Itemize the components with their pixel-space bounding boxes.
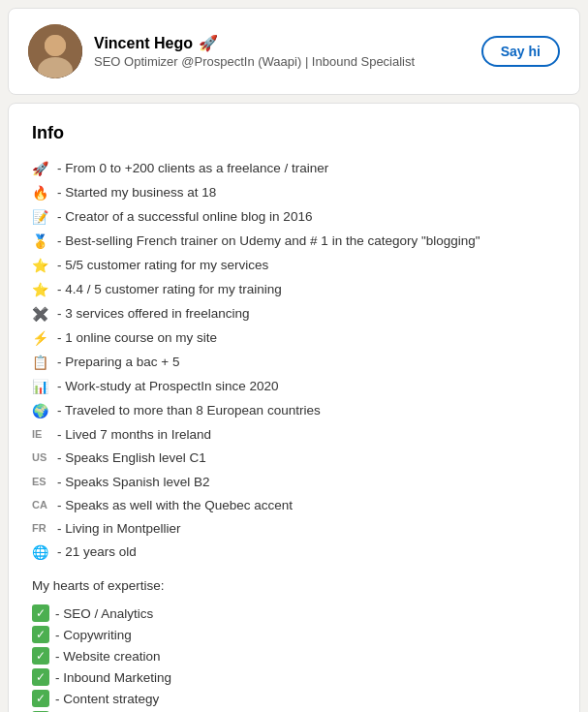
item-text: - 1 online course on my site	[57, 328, 217, 348]
item-text: - 4.4 / 5 customer rating for my trainin…	[57, 280, 282, 299]
item-text: - Living in Montpellier	[57, 519, 181, 539]
item-text: - Preparing a bac + 5	[57, 353, 179, 372]
expertise-text: - Copywriting	[55, 628, 132, 642]
info-list-item: ⭐- 5/5 customer rating for my services	[32, 256, 556, 276]
expertise-list-item: ✓- SEO / Analytics	[32, 604, 556, 622]
say-hi-button[interactable]: Say hi	[481, 36, 560, 67]
item-emoji: ⚡	[32, 328, 53, 349]
item-emoji: 📊	[32, 377, 53, 397]
item-text: - Speaks as well with the Quebec accent	[57, 496, 293, 515]
item-emoji: ✖️	[32, 304, 53, 325]
info-list-item: US- Speaks English level C1	[32, 449, 556, 468]
svg-point-3	[45, 35, 66, 56]
info-list-item: ✖️- 3 services offered in freelancing	[32, 304, 556, 325]
item-text: - Speaks Spanish level B2	[57, 473, 210, 492]
check-icon: ✓	[32, 626, 49, 643]
info-card: Info 🚀- From 0 to +200 clients as a free…	[8, 103, 580, 712]
item-text: - Started my business at 18	[57, 183, 216, 202]
info-list-item: 📝- Creator of a successful online blog i…	[32, 207, 556, 228]
info-list-item: FR- Living in Montpellier	[32, 519, 556, 539]
item-emoji: 📋	[32, 353, 53, 373]
item-text: - Best-selling French trainer on Udemy a…	[57, 232, 480, 251]
info-list-item: CA- Speaks as well with the Quebec accen…	[32, 496, 556, 515]
item-emoji: 🥇	[32, 232, 53, 252]
avatar	[28, 24, 82, 78]
item-emoji: 🔥	[32, 183, 53, 203]
hearts-label: My hearts of expertise:	[32, 578, 556, 593]
item-text: - 5/5 customer rating for my services	[57, 256, 268, 275]
item-text: - Work-study at ProspectIn since 2020	[57, 377, 279, 396]
item-emoji: 🌐	[32, 542, 53, 563]
info-list-item: 🌐- 21 years old	[32, 542, 556, 563]
check-icon: ✓	[32, 604, 49, 622]
item-emoji: 📝	[32, 207, 53, 228]
rocket-icon: 🚀	[199, 34, 218, 52]
check-icon: ✓	[32, 690, 49, 707]
expertise-text: - Website creation	[55, 649, 161, 664]
info-list-item: 🚀- From 0 to +200 clients as a freelance…	[32, 159, 556, 179]
info-list-item: 🥇- Best-selling French trainer on Udemy …	[32, 232, 556, 252]
info-list-item: 🔥- Started my business at 18	[32, 183, 556, 203]
item-emoji: 🌍	[32, 401, 53, 421]
info-list-item: ⚡- 1 online course on my site	[32, 328, 556, 349]
expertise-text: - SEO / Analytics	[55, 606, 153, 621]
expertise-list-item: ✓- Copywriting	[32, 626, 556, 643]
check-icon: ✓	[32, 647, 49, 665]
info-list-item: 🌍- Traveled to more than 8 European coun…	[32, 401, 556, 421]
item-text: - Creator of a successful online blog in…	[57, 207, 312, 227]
user-subtitle: SEO Optimizer @ProspectIn (Waapi) | Inbo…	[94, 54, 415, 69]
item-text: - From 0 to +200 clients as a freelance …	[57, 159, 328, 178]
item-text: - 3 services offered in freelancing	[57, 304, 250, 324]
info-list-item: 📋- Preparing a bac + 5	[32, 353, 556, 373]
item-flag: ES	[32, 474, 53, 490]
item-flag: US	[32, 449, 53, 466]
item-text: - Speaks English level C1	[57, 449, 206, 468]
item-flag: FR	[32, 520, 53, 537]
expertise-list: ✓- SEO / Analytics✓- Copywriting✓- Websi…	[32, 604, 556, 712]
header-left: Vincent Hego 🚀 SEO Optimizer @ProspectIn…	[28, 24, 415, 78]
expertise-list-item: ✓- Content strategy	[32, 690, 556, 707]
expertise-text: - Inbound Marketing	[55, 670, 171, 685]
name-section: Vincent Hego 🚀 SEO Optimizer @ProspectIn…	[94, 34, 415, 69]
info-list-item: IE- Lived 7 months in Ireland	[32, 425, 556, 445]
info-list: 🚀- From 0 to +200 clients as a freelance…	[32, 159, 556, 563]
info-list-item: ⭐- 4.4 / 5 customer rating for my traini…	[32, 280, 556, 300]
user-name: Vincent Hego	[94, 35, 193, 52]
expertise-text: - Content strategy	[55, 692, 159, 706]
info-list-item: ES- Speaks Spanish level B2	[32, 473, 556, 492]
info-list-item: 📊- Work-study at ProspectIn since 2020	[32, 377, 556, 397]
item-emoji: ⭐	[32, 280, 53, 300]
header-card: Vincent Hego 🚀 SEO Optimizer @ProspectIn…	[8, 8, 580, 95]
info-title: Info	[32, 123, 556, 143]
item-emoji: ⭐	[32, 256, 53, 276]
item-flag: CA	[32, 497, 53, 513]
item-emoji: 🚀	[32, 159, 53, 179]
item-text: - Traveled to more than 8 European count…	[57, 401, 321, 420]
item-text: - 21 years old	[57, 542, 137, 562]
expertise-list-item: ✓- Inbound Marketing	[32, 668, 556, 686]
check-icon: ✓	[32, 668, 49, 686]
expertise-list-item: ✓- Website creation	[32, 647, 556, 665]
item-text: - Lived 7 months in Ireland	[57, 425, 211, 445]
item-flag: IE	[32, 426, 53, 443]
